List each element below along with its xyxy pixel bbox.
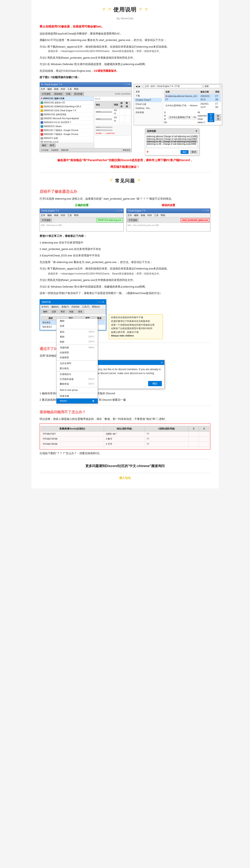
q1-tb-5[interactable]: 填充 <box>76 310 84 314</box>
ctx-pass-val[interactable]: 传递到值Space <box>56 345 98 350</box>
q1-min-btn[interactable]: ─ <box>116 209 117 213</box>
ct-option-3[interactable]: eldenring.no-48...Change of call eldenri… <box>147 143 197 145</box>
ce-minimize-btn[interactable]: ─ <box>123 83 125 87</box>
q1-menu-t[interactable]: 表格(T) <box>61 305 69 309</box>
process-item-10[interactable]: 0000284 4-软件 <box>40 141 94 143</box>
q1-tb-4[interactable]: 粘贴 <box>67 310 76 314</box>
q1-menu-edit[interactable]: 编辑 <box>47 214 52 217</box>
process-item-6[interactable]: 0000023CC-Steam <box>40 125 94 128</box>
explorer-left-thismac[interactable]: 所有资源 <box>135 111 162 115</box>
q1w-menu-table[interactable]: 表格 <box>141 214 145 217</box>
q1-menu-help[interactable]: 帮助 <box>74 214 79 217</box>
q1-menu-e[interactable]: 编辑(E) <box>51 305 59 309</box>
explorer-left-icloud[interactable]: iCloud 云盘 <box>135 102 162 106</box>
ct-option-2[interactable]: eldenring.no-48...Change of call eldenri… <box>147 141 197 143</box>
explorer-left-onedrive[interactable]: OneDrive - Per... <box>135 106 162 111</box>
q1w-close-btn[interactable]: ✕ <box>207 209 209 213</box>
ct-option-1[interactable]: eldenring.allinone.Change of call.eldenr… <box>147 138 197 141</box>
process-item-2[interactable]: 0000ICAG-CE表 Cheat Engine 7.4 <box>40 109 94 113</box>
q1-menu-to[interactable]: 工具(T) <box>82 305 89 309</box>
select-ct-close[interactable]: ✕ <box>195 129 197 133</box>
cancel-file-btn[interactable]: 取消 <box>215 114 221 121</box>
menu-file[interactable]: 文件 <box>40 87 45 91</box>
q1w-menu-file[interactable]: 文件 <box>127 214 132 217</box>
process-item-9[interactable]: 00002371-设置 <box>40 136 94 141</box>
explorer-left-desktop[interactable]: 桌面 <box>135 90 162 94</box>
ctx-gen-addr[interactable]: 生成地址行 <box>56 372 98 377</box>
explorer-file-row-1[interactable]: 文件夹位置[帮助] CT表 → Hexinon 2022/5/1 14:47 C… <box>164 102 221 110</box>
ctx-copy[interactable]: 复制Ctrl+C <box>56 334 98 339</box>
q1-menu-file[interactable]: 文件 <box>40 214 45 217</box>
ctx-quick-key[interactable]: 快速关键 <box>56 394 98 399</box>
q1-menu-memory[interactable]: 内存 <box>61 214 65 217</box>
menu-tools[interactable]: 工具 <box>67 87 72 91</box>
ctx-delete[interactable]: 删除所选Ctrl+C <box>56 381 98 386</box>
ce-close-btn[interactable]: ✕ <box>128 83 130 87</box>
forward-btn[interactable]: ▶ <box>139 85 140 88</box>
ctx-global-write[interactable]: 允许全局写 <box>56 361 98 366</box>
q1w-menu-tools[interactable]: 工具 <box>154 214 159 217</box>
q1-menu-table[interactable]: 表格 <box>54 214 59 217</box>
ctx-compare[interactable]: 比较类型 <box>56 350 98 355</box>
ce-maximize-btn[interactable]: □ <box>126 83 128 87</box>
q1-menu-f[interactable]: 文件(F) <box>41 305 49 309</box>
q1-tb-2[interactable]: 还原 <box>50 310 58 314</box>
explorer-left-download[interactable]: 下载 <box>135 94 162 98</box>
ctx-always[interactable]: Alwavs ▶ <box>56 398 98 403</box>
open-process-btn[interactable]: 打开进程 <box>40 92 52 96</box>
menu-help[interactable]: 帮助 <box>74 87 79 91</box>
process-item-3[interactable]: 000001CAG 进程管理器 <box>40 113 94 117</box>
q1win-max[interactable]: □ <box>100 300 102 304</box>
q1-menu-tools[interactable]: 工具 <box>67 214 72 217</box>
ct-cancel-btn[interactable]: 取消 <box>190 150 198 154</box>
ce-ok-btn[interactable]: 确定 <box>40 144 48 147</box>
ctx-redo[interactable]: 还原 <box>56 323 98 329</box>
discord-dialog-close[interactable]: ✕ <box>161 361 163 365</box>
q1-open-process[interactable]: 打开进程 <box>40 218 52 222</box>
q1-menu-h[interactable]: 帮助(H) <box>92 305 100 309</box>
ctx-scantype[interactable]: 扫描类型 <box>56 355 98 360</box>
filename-input[interactable] <box>168 116 197 119</box>
q1-max-btn[interactable]: □ <box>118 209 119 213</box>
ct-option-0[interactable]: eldenring.allinone.Change of cell eldenr… <box>147 135 197 138</box>
process-item-5[interactable]: 000019CH V4.19 .0U23975 7 <box>40 121 94 125</box>
q1w-menu-help[interactable]: 帮助 <box>161 214 165 217</box>
menu-edit[interactable]: 编辑 <box>47 87 52 91</box>
open-file-btn[interactable]: 打开(O) <box>208 113 214 122</box>
process-item-7[interactable]: 0000119C-下载相关 -Google Chrome <box>40 128 94 132</box>
q1-tb-1[interactable]: 撤销 <box>41 310 49 314</box>
scan-btn[interactable]: 扫描 <box>65 92 72 96</box>
explorer-left-creative[interactable]: Creative Cloud F <box>135 98 162 102</box>
process-item-4[interactable]: 000003C-Microsoft Text Input Applicat <box>40 117 94 121</box>
ce-cancel-btn[interactable]: 取消 <box>49 144 56 147</box>
q1w-menu-memory[interactable]: 内存 <box>147 214 152 217</box>
ctx-default-flag[interactable]: 默认标志 <box>56 366 98 371</box>
ctx-cut[interactable]: 剪切Ctrl+X <box>56 330 98 335</box>
explorer-file-row-0[interactable]: ⑤ eldenring.allinone.Hexinon_v8.1 CT 202… <box>164 94 221 102</box>
process-item-1[interactable]: 0000ICAG-SDMAGNI-EldenRing+C00.3 <box>40 105 94 109</box>
search-input-box[interactable]: 搜索 <box>203 85 220 88</box>
add-addr-btn[interactable]: 添加地址 <box>53 92 64 96</box>
ctx-add-group[interactable]: Add to new group <box>56 388 98 393</box>
back-btn[interactable]: ◀ <box>136 85 137 88</box>
up-btn[interactable]: ↑ <box>141 85 143 88</box>
ctx-paste[interactable]: 粘贴Ctrl+V <box>56 339 98 344</box>
q1w-min-btn[interactable]: ─ <box>202 209 204 213</box>
q1w-menu-edit[interactable]: 编辑 <box>134 214 139 217</box>
q1win-min[interactable]: ─ <box>98 300 100 304</box>
ct-ok-btn[interactable]: 确定 <box>180 150 189 154</box>
q1-tb-3[interactable]: 剪切 <box>59 310 67 314</box>
discord-ok-btn[interactable]: 确定 <box>148 381 162 386</box>
ctx-undo[interactable]: 撤销 <box>56 318 98 323</box>
ctx-open-options[interactable]: 打开格外选项Ctrl+G <box>56 377 98 382</box>
q1w-max-btn[interactable]: □ <box>205 209 206 213</box>
q1-close-btn[interactable]: ✕ <box>120 209 122 213</box>
q1w-open-process[interactable]: 打开进程 <box>127 218 139 222</box>
process-item-8[interactable]: 0000159C-下载相关 -Google Chrome <box>40 132 94 136</box>
q1-menu-m[interactable]: 内存(M) <box>72 305 80 309</box>
first-scan-btn[interactable]: 首次扫描 <box>73 92 84 96</box>
ct-options-list[interactable]: eldenring.allinone.Change of cell eldenr… <box>146 135 198 148</box>
menu-table[interactable]: 表格 <box>54 87 59 91</box>
menu-memory[interactable]: 内存 <box>61 87 65 91</box>
process-item-0[interactable]: 00001CAG 进程名+CE <box>40 101 94 105</box>
